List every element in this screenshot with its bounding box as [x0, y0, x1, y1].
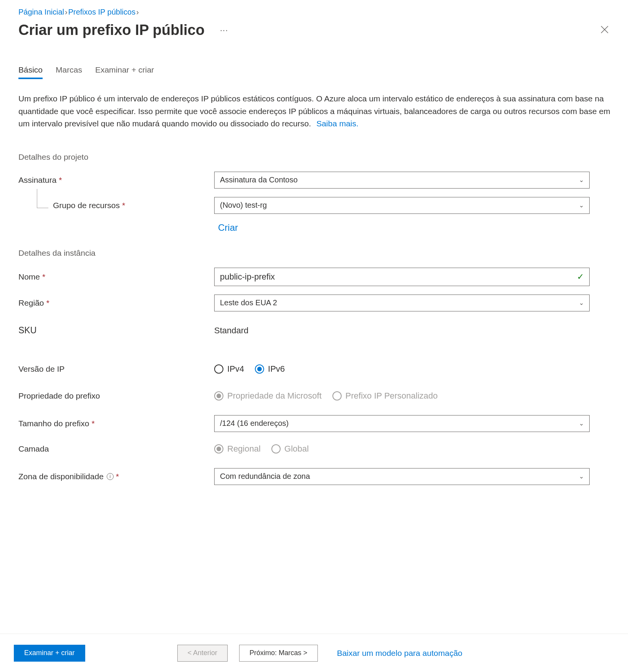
prefix-size-select[interactable]: /124 (16 endereços) ⌄ — [214, 415, 590, 432]
radio-icon — [214, 444, 223, 454]
footer: Examinar + criar < Anterior Próximo: Mar… — [0, 634, 628, 672]
radio-icon — [332, 391, 342, 401]
next-button[interactable]: Próximo: Marcas > — [239, 645, 318, 662]
radio-ipv6[interactable]: IPv6 — [255, 364, 285, 374]
radio-icon — [255, 364, 264, 374]
chevron-down-icon: ⌄ — [579, 473, 584, 480]
learn-more-link[interactable]: Saiba mais. — [316, 118, 359, 130]
row-prefix-ownership: Propriedade do prefixo Propriedade da Mi… — [18, 388, 613, 404]
name-input[interactable]: public-ip-prefix ✓ — [214, 268, 590, 286]
row-ip-version: Versão de IP IPv4 IPv6 — [18, 361, 613, 377]
tree-connector — [37, 189, 48, 208]
row-availability-zone: Zona de disponibilidade i * Com redundân… — [18, 468, 613, 485]
chevron-right-icon: › — [136, 8, 139, 17]
radio-icon — [214, 364, 223, 374]
row-name: Nome* public-ip-prefix ✓ — [18, 268, 613, 286]
radio-ownership-microsoft: Propriedade da Microsoft — [214, 391, 322, 401]
label-name: Nome* — [18, 272, 214, 281]
label-region: Região* — [18, 298, 214, 308]
tab-bar: Básico Marcas Examinar + criar — [18, 65, 613, 79]
label-resource-group: Grupo de recursos* — [18, 201, 214, 210]
breadcrumb-prefixes[interactable]: Prefixos IP públicos — [68, 8, 136, 17]
chevron-down-icon: ⌄ — [579, 202, 584, 209]
radio-ipv4[interactable]: IPv4 — [214, 364, 244, 374]
breadcrumb-home[interactable]: Página Inicial — [18, 8, 64, 17]
radio-tier-regional: Regional — [214, 444, 261, 454]
label-ip-version: Versão de IP — [18, 364, 214, 374]
titlebar: Criar um prefixo IP público ··· — [18, 22, 613, 38]
availability-zone-select[interactable]: Com redundância de zona ⌄ — [214, 468, 590, 485]
close-icon — [600, 25, 609, 34]
chevron-down-icon: ⌄ — [579, 299, 584, 306]
radio-icon — [214, 391, 223, 401]
previous-button: < Anterior — [177, 645, 228, 662]
info-icon[interactable]: i — [107, 473, 114, 480]
region-select[interactable]: Leste dos EUA 2 ⌄ — [214, 295, 590, 311]
close-button[interactable] — [597, 24, 613, 36]
row-sku: SKU Standard — [18, 323, 613, 338]
download-template-link[interactable]: Baixar um modelo para automação — [337, 649, 463, 658]
radio-icon — [271, 444, 281, 454]
tab-tags[interactable]: Marcas — [56, 65, 82, 79]
row-tier: Camada Regional Global — [18, 441, 613, 457]
section-project-details: Detalhes do projeto — [18, 152, 613, 162]
page-title: Criar um prefixo IP público — [18, 22, 205, 38]
breadcrumb: Página Inicial › Prefixos IP públicos › — [18, 8, 613, 17]
row-subscription: Assinatura* Assinatura da Contoso ⌄ — [18, 172, 613, 189]
label-prefix-ownership: Propriedade do prefixo — [18, 391, 214, 401]
resource-group-select[interactable]: (Novo) test-rg ⌄ — [214, 197, 590, 214]
sku-value: Standard — [214, 326, 248, 335]
create-new-rg-link[interactable]: Criar — [218, 222, 613, 233]
chevron-down-icon: ⌄ — [579, 176, 584, 184]
chevron-down-icon: ⌄ — [579, 420, 584, 427]
tab-basic[interactable]: Básico — [18, 65, 43, 79]
valid-check-icon: ✓ — [577, 272, 584, 282]
label-tier: Camada — [18, 444, 214, 454]
radio-tier-global: Global — [271, 444, 309, 454]
section-instance-details: Detalhes da instância — [18, 248, 613, 258]
subscription-select[interactable]: Assinatura da Contoso ⌄ — [214, 172, 590, 189]
review-create-button[interactable]: Examinar + criar — [14, 645, 85, 662]
row-prefix-size: Tamanho do prefixo* /124 (16 endereços) … — [18, 415, 613, 432]
label-prefix-size: Tamanho do prefixo* — [18, 419, 214, 428]
row-region: Região* Leste dos EUA 2 ⌄ — [18, 295, 613, 311]
label-availability-zone: Zona de disponibilidade i * — [18, 472, 214, 481]
label-subscription: Assinatura* — [18, 175, 214, 185]
chevron-right-icon: › — [65, 8, 68, 17]
more-actions-button[interactable]: ··· — [220, 25, 228, 35]
tab-review[interactable]: Examinar + criar — [95, 65, 154, 79]
label-sku: SKU — [18, 325, 214, 336]
row-resource-group: Grupo de recursos* (Novo) test-rg ⌄ — [18, 197, 613, 214]
radio-ownership-custom: Prefixo IP Personalizado — [332, 391, 438, 401]
description-text: Um prefixo IP público é um intervalo de … — [18, 93, 613, 130]
